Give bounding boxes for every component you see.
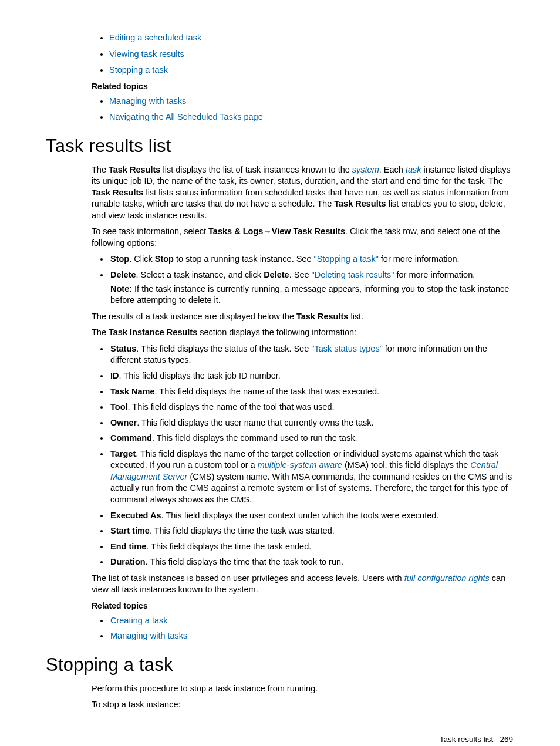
- text: list.: [348, 312, 363, 321]
- ui-label-stop: Stop: [155, 254, 174, 264]
- list-item-owner: Owner. This field displays the user name…: [109, 417, 514, 429]
- menu-path-view-task-results: View Task Results: [272, 227, 345, 236]
- document-page: Editing a scheduled task Viewing task re…: [0, 0, 560, 746]
- paragraph: To see task information, select Tasks & …: [92, 226, 514, 249]
- link-deleting-task-results[interactable]: "Deleting task results": [312, 270, 394, 279]
- list-item-status: Status. This field displays the status o…: [109, 343, 514, 366]
- paragraph: The results of a task instance are displ…: [92, 311, 514, 323]
- link-managing-with-tasks[interactable]: Managing with tasks: [110, 631, 187, 640]
- field-name: Target: [110, 449, 136, 458]
- top-link-list: Editing a scheduled task Viewing task re…: [46, 32, 514, 76]
- list-item: Stopping a task: [109, 65, 514, 76]
- related-topics-list: Managing with tasks Navigating the All S…: [46, 96, 514, 123]
- glossary-link-task[interactable]: task: [406, 165, 421, 174]
- list-item-stop: Stop. Click Stop to stop a running task …: [109, 254, 514, 265]
- field-name: Command: [110, 433, 152, 443]
- text: . Select a task instance, and click: [136, 270, 264, 279]
- text: . See: [289, 270, 312, 279]
- link-creating-a-task[interactable]: Creating a task: [110, 616, 168, 625]
- list-item-task-name: Task Name. This field displays the name …: [109, 386, 514, 398]
- term-task-instance-results: Task Instance Results: [109, 328, 197, 337]
- text: . This field displays the command used t…: [152, 433, 357, 443]
- section-body: Perform this procedure to stop a task in…: [92, 683, 514, 711]
- list-item-command: Command. This field displays the command…: [109, 433, 514, 444]
- text: . This field displays the name of the ta…: [155, 387, 380, 396]
- text: . This field displays the name of the to…: [128, 402, 335, 411]
- list-item-id: ID. This field displays the task job ID …: [109, 370, 514, 382]
- list-item: Managing with tasks: [109, 96, 514, 107]
- glossary-link-full-configuration-rights[interactable]: full configuration rights: [404, 573, 490, 583]
- text: . Click: [129, 254, 155, 264]
- list-item-executed-as: Executed As. This field displays the use…: [109, 510, 514, 522]
- field-name: Executed As: [110, 511, 161, 520]
- text: section displays the following informati…: [197, 328, 356, 337]
- field-name: Duration: [110, 557, 146, 566]
- text: (MSA) tool, this field displays the: [342, 460, 470, 470]
- text: The: [92, 328, 109, 337]
- text: . This field displays the status of the …: [136, 344, 311, 353]
- paragraph: The Task Instance Results section displa…: [92, 327, 514, 339]
- glossary-link-system[interactable]: system: [352, 165, 379, 174]
- list-item: Managing with tasks: [109, 630, 514, 642]
- page-footer: Task results list 269: [46, 734, 514, 745]
- related-topics-heading: Related topics: [92, 600, 514, 612]
- text: . This field displays the time the task …: [146, 542, 311, 551]
- options-list: Stop. Click Stop to stop a running task …: [92, 254, 514, 306]
- link-editing-scheduled-task[interactable]: Editing a scheduled task: [109, 33, 201, 42]
- note-text: If the task instance is currently runnin…: [110, 284, 509, 305]
- term-task-results: Task Results: [92, 188, 143, 197]
- paragraph: To stop a task instance:: [92, 699, 514, 711]
- field-name: Start time: [110, 526, 150, 535]
- note-block: Note: If the task instance is currently …: [110, 283, 514, 306]
- paragraph: Perform this procedure to stop a task in…: [92, 683, 514, 695]
- field-name: Tool: [110, 402, 128, 411]
- fields-list: Status. This field displays the status o…: [92, 343, 514, 568]
- paragraph: The list of task instances is based on u…: [92, 573, 514, 596]
- text: . This field displays the time the task …: [150, 526, 335, 535]
- list-item: Creating a task: [109, 615, 514, 627]
- field-name: End time: [110, 542, 146, 551]
- link-stopping-a-task[interactable]: "Stopping a task": [314, 254, 379, 264]
- list-item-tool: Tool. This field displays the name of th…: [109, 401, 514, 413]
- text: The: [92, 165, 109, 174]
- text: for more information.: [379, 254, 460, 264]
- arrow-icon: →: [263, 227, 272, 236]
- list-item-target: Target. This field displays the name of …: [109, 448, 514, 506]
- list-item: Viewing task results: [109, 49, 514, 60]
- term-task-results: Task Results: [296, 312, 348, 321]
- text: to stop a running task instance. See: [174, 254, 314, 264]
- text: . This field displays the user name that…: [137, 418, 374, 427]
- related-topics-list: Creating a task Managing with tasks: [92, 615, 514, 642]
- footer-title: Task results list: [440, 735, 494, 744]
- link-stopping-a-task[interactable]: Stopping a task: [109, 65, 168, 75]
- section-body: The Task Results list displays the list …: [92, 164, 514, 642]
- heading-stopping-a-task: Stopping a task: [46, 653, 514, 677]
- link-viewing-task-results[interactable]: Viewing task results: [109, 49, 184, 59]
- list-item-end-time: End time. This field displays the time t…: [109, 541, 514, 553]
- option-label: Delete: [110, 270, 136, 279]
- page-number: 269: [500, 735, 513, 744]
- paragraph: The Task Results list displays the list …: [92, 164, 514, 222]
- link-navigating-all-scheduled-tasks[interactable]: Navigating the All Scheduled Tasks page: [109, 112, 263, 121]
- link-managing-with-tasks[interactable]: Managing with tasks: [109, 96, 186, 106]
- term-task-results: Task Results: [109, 165, 160, 174]
- link-task-status-types[interactable]: "Task status types": [311, 344, 383, 353]
- list-item: Editing a scheduled task: [109, 32, 514, 44]
- note-label: Note:: [110, 284, 132, 293]
- heading-task-results-list: Task results list: [46, 134, 514, 158]
- text: The results of a task instance are displ…: [92, 312, 296, 321]
- field-name: Owner: [110, 418, 137, 427]
- text: The list of task instances is based on u…: [92, 573, 404, 583]
- field-name: Task Name: [110, 387, 155, 396]
- text: . This field displays the time that the …: [146, 557, 343, 566]
- term-task-results: Task Results: [334, 199, 386, 208]
- list-item: Navigating the All Scheduled Tasks page: [109, 112, 514, 123]
- related-topics-heading: Related topics: [92, 81, 514, 92]
- ui-label-delete: Delete: [264, 270, 289, 279]
- glossary-link-multiple-system-aware[interactable]: multiple-system aware: [258, 460, 342, 470]
- text: . Each: [379, 165, 406, 174]
- list-item-delete: Delete. Select a task instance, and clic…: [109, 269, 514, 306]
- field-name: Status: [110, 344, 136, 353]
- list-item-duration: Duration. This field displays the time t…: [109, 556, 514, 568]
- text: To see task information, select: [92, 227, 208, 236]
